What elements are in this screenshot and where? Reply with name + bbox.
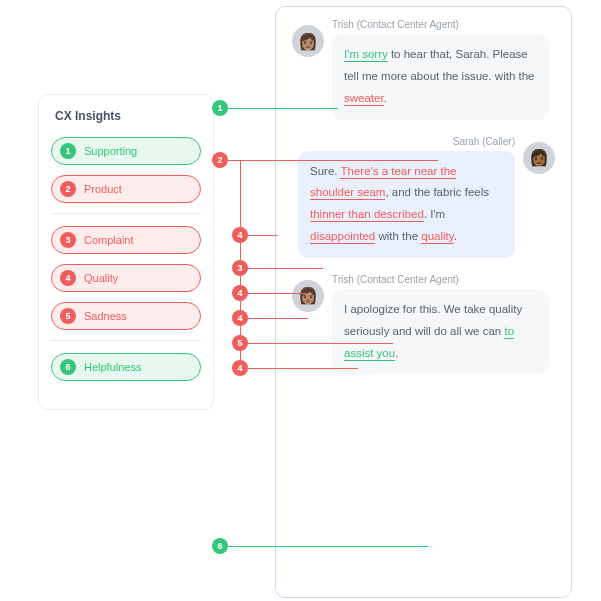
- annotation-dot: 2: [212, 152, 228, 168]
- message-agent-2: 👩🏽 Trish (Contact Center Agent) I apolog…: [276, 262, 571, 379]
- chat-text: Sure.: [310, 165, 340, 177]
- annotation-dot: 1: [212, 100, 228, 116]
- badge-number: 2: [60, 181, 76, 197]
- message-caller-1: 👩🏾 Sarah (Caller) Sure. There's a tear n…: [276, 124, 571, 262]
- badge-number: 4: [60, 270, 76, 286]
- chat-panel: 👩🏽 Trish (Contact Center Agent) I'm sorr…: [275, 6, 572, 598]
- badge-number: 1: [60, 143, 76, 159]
- chat-bubble: Sure. There's a tear near the shoulder s…: [298, 151, 515, 258]
- sender-name: Sarah (Caller): [292, 136, 515, 147]
- annotation-dot: 5: [232, 335, 248, 351]
- connector-line: [248, 368, 358, 369]
- connector-line: [228, 546, 428, 547]
- chat-text: . I'm: [424, 208, 445, 220]
- connector-line: [228, 160, 438, 161]
- chat-text: , and the fabric feels: [385, 186, 489, 198]
- insight-quality[interactable]: 4 Quality: [51, 264, 201, 292]
- connector-line: [248, 268, 323, 269]
- connector-line: [248, 235, 278, 236]
- divider: [51, 213, 201, 214]
- insight-label: Quality: [84, 272, 118, 284]
- insight-helpfulness[interactable]: 6 Helpfulness: [51, 353, 201, 381]
- message-agent-1: 👩🏽 Trish (Contact Center Agent) I'm sorr…: [276, 7, 571, 124]
- chat-text: with the: [375, 230, 421, 242]
- insights-panel: CX Insights 1 Supporting 2 Product 3 Com…: [38, 94, 214, 410]
- highlight-supporting: I'm sorry: [344, 48, 388, 62]
- avatar: 👩🏽: [292, 280, 324, 312]
- insight-complaint[interactable]: 3 Complaint: [51, 226, 201, 254]
- highlight-product: sweater: [344, 92, 384, 106]
- avatar: 👩🏽: [292, 25, 324, 57]
- annotation-dot: 4: [232, 360, 248, 376]
- chat-bubble: I apologize for this. We take quality se…: [332, 289, 549, 375]
- chat-text: .: [384, 92, 387, 104]
- panel-title: CX Insights: [55, 109, 201, 123]
- highlight-quality: quality: [421, 230, 453, 244]
- annotation-dot: 6: [212, 538, 228, 554]
- sender-name: Trish (Contact Center Agent): [332, 19, 555, 30]
- chat-text: .: [454, 230, 457, 242]
- badge-number: 3: [60, 232, 76, 248]
- annotation-dot: 4: [232, 227, 248, 243]
- badge-number: 5: [60, 308, 76, 324]
- insight-product[interactable]: 2 Product: [51, 175, 201, 203]
- annotation-dot: 3: [232, 260, 248, 276]
- insight-label: Helpfulness: [84, 361, 141, 373]
- badge-number: 6: [60, 359, 76, 375]
- insight-label: Supporting: [84, 145, 137, 157]
- insight-sadness[interactable]: 5 Sadness: [51, 302, 201, 330]
- highlight-quality: thinner than described: [310, 208, 424, 222]
- annotation-dot: 4: [232, 310, 248, 326]
- avatar: 👩🏾: [523, 142, 555, 174]
- divider: [51, 340, 201, 341]
- connector-line: [248, 318, 308, 319]
- insight-label: Complaint: [84, 234, 134, 246]
- connector-line: [248, 293, 308, 294]
- chat-text: .: [395, 347, 398, 359]
- sender-name: Trish (Contact Center Agent): [332, 274, 555, 285]
- annotation-dot: 4: [232, 285, 248, 301]
- insight-supporting[interactable]: 1 Supporting: [51, 137, 201, 165]
- connector-line: [248, 343, 393, 344]
- insight-label: Sadness: [84, 310, 127, 322]
- connector-line: [228, 108, 338, 109]
- chat-text: I apologize for this. We take quality se…: [344, 303, 522, 337]
- chat-bubble: I'm sorry to hear that, Sarah. Please te…: [332, 34, 549, 120]
- highlight-sadness: disappointed: [310, 230, 375, 244]
- insight-label: Product: [84, 183, 122, 195]
